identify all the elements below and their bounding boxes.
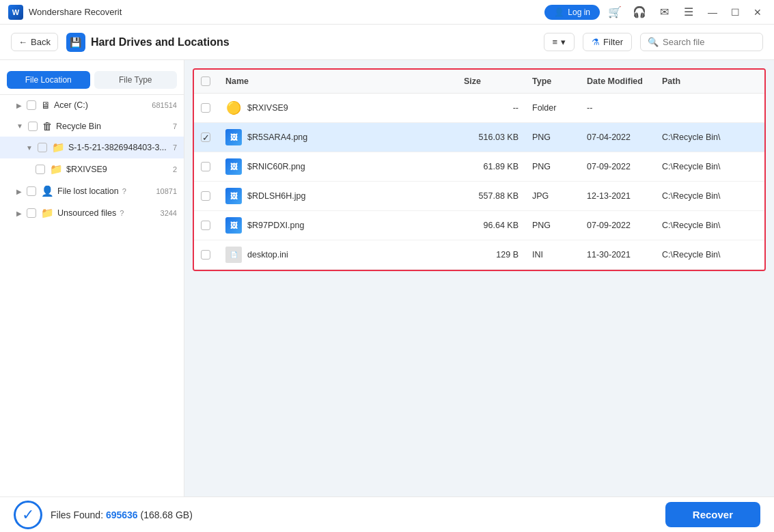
filter-button[interactable]: ⚗ Filter	[583, 33, 632, 51]
row-path-cell: C:\Recycle Bin\	[655, 123, 764, 152]
row-date: 12-13-2021	[587, 191, 631, 201]
table-row[interactable]: 🖼 $RDLSH6H.jpg 557.88 KB JPG 12-13-2021 …	[194, 182, 764, 211]
chevron-right-icon2: ▶	[16, 188, 22, 195]
row-checkbox[interactable]	[201, 162, 210, 171]
table-row[interactable]: 🖼 $R97PDXI.png 96.64 KB PNG 07-09-2022 C…	[194, 211, 764, 240]
sidebar-item-unsourced[interactable]: ▶ 📁 Unsourced files ? 3244	[0, 202, 184, 224]
table-row[interactable]: 🖼 $RNIC60R.png 61.89 KB PNG 07-09-2022 C…	[194, 152, 764, 182]
titlebar-left: W Wondershare Recoverit	[8, 5, 122, 20]
row-size-cell: 516.03 KB	[457, 123, 525, 152]
filter-icon: ⚗	[592, 37, 600, 47]
row-checkbox[interactable]	[201, 191, 210, 201]
row-size: 96.64 KB	[464, 221, 519, 230]
cart-icon[interactable]: 🛒	[605, 3, 624, 22]
recycle-bin-checkbox[interactable]	[28, 122, 38, 131]
acer-label: Acer (C:)	[54, 100, 88, 110]
recycle-bin-count: 7	[173, 122, 177, 130]
back-button[interactable]: ← Back	[11, 33, 58, 51]
row-checkbox[interactable]	[201, 221, 210, 230]
row-path: C:\Recycle Bin\	[662, 191, 720, 201]
app-logo: W	[8, 5, 23, 20]
row-path: C:\Recycle Bin\	[662, 250, 720, 260]
table-row[interactable]: ✓ 🖼 $R5SARA4.png 516.03 KB PNG 07-04-202…	[194, 123, 764, 152]
main-container: File Location File Type ▶ 🖥 Acer (C:) 68…	[0, 60, 774, 496]
row-date-cell: 12-13-2021	[580, 182, 655, 211]
chevron-down-icon: ▼	[16, 122, 23, 130]
row-size: 557.88 KB	[464, 191, 519, 201]
sidebar-item-sid[interactable]: ▼ 📁 S-1-5-21-3826948403-3... 7	[0, 137, 184, 158]
search-icon: 🔍	[648, 37, 659, 47]
unsourced-icon: 📁	[41, 207, 54, 219]
tab-file-location[interactable]: File Location	[7, 71, 90, 89]
found-size: (168.68 GB)	[141, 509, 193, 520]
help-icon2: ?	[120, 209, 124, 217]
tab-file-type[interactable]: File Type	[94, 71, 178, 89]
sidebar-item-recycle-bin[interactable]: ▼ 🗑 Recycle Bin 7	[0, 115, 184, 137]
login-button[interactable]: 👤 Log in	[544, 5, 600, 20]
row-size: 516.03 KB	[464, 132, 519, 142]
col-header-date: Date Modified	[580, 70, 655, 94]
acer-checkbox[interactable]	[27, 100, 36, 110]
rxivse9-count: 2	[173, 165, 177, 173]
close-button[interactable]: ✕	[749, 7, 766, 18]
row-name-cell: 🖼 $R97PDXI.png	[219, 211, 457, 240]
table-row[interactable]: 🟡 $RXIVSE9 -- Folder --	[194, 94, 764, 123]
row-type-cell: JPG	[525, 182, 580, 211]
row-filename: $RXIVSE9	[247, 103, 288, 113]
folder-icon: 🟡	[225, 100, 242, 116]
row-size: 129 B	[464, 250, 519, 260]
row-type: PNG	[532, 132, 551, 142]
files-found-section: ✓ Files Found: 695636 (168.68 GB)	[14, 501, 193, 529]
row-path-cell	[655, 94, 764, 123]
sidebar-item-file-lost[interactable]: ▶ 👤 File lost location ? 10871	[0, 180, 184, 202]
folder-icon: 📁	[52, 141, 65, 154]
sidebar-item-rxivse9[interactable]: 📁 $RXIVSE9 2	[0, 158, 184, 180]
sid-checkbox[interactable]	[38, 143, 47, 152]
sidebar-item-acer[interactable]: ▶ 🖥 Acer (C:) 681514	[0, 95, 184, 115]
image-icon: 🖼	[225, 217, 242, 234]
row-size: --	[464, 103, 519, 113]
row-size-cell: 129 B	[457, 240, 525, 270]
row-size-cell: 96.64 KB	[457, 211, 525, 240]
ini-icon: 📄	[225, 247, 242, 263]
table-row[interactable]: 📄 desktop.ini 129 B INI 11-30-2021 C:\Re…	[194, 240, 764, 270]
file-lost-checkbox[interactable]	[27, 186, 36, 196]
row-name-cell: 🟡 $RXIVSE9	[219, 94, 457, 123]
recover-button[interactable]: Recover	[665, 502, 760, 527]
image-icon: 🖼	[225, 129, 242, 145]
found-count: 695636	[106, 509, 138, 520]
search-input[interactable]	[663, 37, 756, 47]
unsourced-count: 3244	[161, 209, 177, 217]
select-all-checkbox[interactable]	[201, 76, 210, 86]
sort-chevron-icon: ▾	[561, 37, 566, 47]
table-header-row: Name Size Type Date Modified Path	[194, 70, 764, 94]
row-checkbox-cell	[194, 211, 219, 240]
unsourced-checkbox[interactable]	[27, 208, 36, 218]
file-table-wrapper: Name Size Type Date Modified Path 🟡 $RXI…	[193, 68, 766, 271]
file-lost-count: 10871	[156, 187, 177, 195]
app-title: Wondershare Recoverit	[29, 7, 122, 17]
recycle-bin-icon: 🗑	[42, 120, 53, 132]
row-type-cell: Folder	[525, 94, 580, 123]
row-name-cell: 🖼 $RNIC60R.png	[219, 152, 457, 182]
row-path-cell: C:\Recycle Bin\	[655, 182, 764, 211]
header-actions: ≡ ▾ ⚗ Filter 🔍	[544, 33, 763, 51]
row-checkbox[interactable]	[201, 103, 210, 113]
headset-icon[interactable]: 🎧	[630, 3, 649, 22]
sort-button[interactable]: ≡ ▾	[544, 33, 575, 51]
row-path: C:\Recycle Bin\	[662, 221, 720, 230]
rxivse9-checkbox[interactable]	[36, 165, 45, 174]
row-filename: $R97PDXI.png	[247, 221, 304, 230]
minimize-button[interactable]: —	[704, 7, 721, 18]
row-type-cell: PNG	[525, 123, 580, 152]
col-header-path: Path	[655, 70, 764, 94]
row-checkbox[interactable]	[201, 250, 210, 260]
mail-icon[interactable]: ✉	[654, 3, 674, 22]
help-icon: ?	[122, 187, 126, 195]
maximize-button[interactable]: ☐	[727, 7, 744, 18]
row-checkbox[interactable]: ✓	[201, 132, 210, 142]
menu-icon[interactable]: ☰	[679, 3, 698, 22]
row-date-cell: 07-09-2022	[580, 211, 655, 240]
file-area: Name Size Type Date Modified Path 🟡 $RXI…	[184, 60, 774, 496]
section-title: 💾 Hard Drives and Locations	[66, 33, 230, 52]
